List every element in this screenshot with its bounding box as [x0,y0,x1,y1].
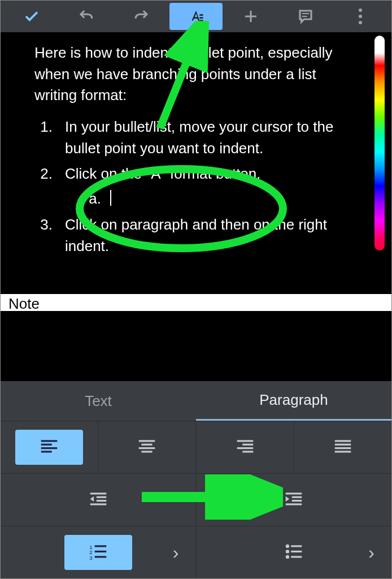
sub-list-letter: a. [88,188,110,210]
list-number: 1. [34,116,65,159]
increase-indent-button[interactable] [196,474,392,526]
list-text[interactable]: Click on paragraph and then on the right… [65,214,358,257]
svg-rect-25 [286,492,302,494]
scroll-indicator[interactable] [374,36,385,250]
list-text[interactable]: Click on the "A" format button. [65,165,261,182]
svg-rect-9 [139,440,155,442]
svg-rect-13 [237,440,253,442]
confirm-button[interactable] [5,3,58,30]
sub-list-item[interactable]: a. [65,188,358,210]
svg-rect-32 [94,545,106,547]
list-number: 3. [34,214,65,257]
svg-rect-33 [94,551,106,552]
indent-row [1,473,391,526]
svg-rect-7 [41,447,58,449]
svg-rect-18 [335,444,351,446]
svg-rect-14 [242,444,253,446]
comment-icon [297,8,314,25]
chevron-right-icon: › [368,542,374,563]
tab-text[interactable]: Text [1,381,196,421]
svg-rect-10 [142,444,153,446]
svg-rect-38 [291,545,302,547]
align-left-icon [38,437,60,458]
tab-paragraph[interactable]: Paragraph [196,381,391,421]
document-page-break: Note [1,294,391,311]
list-number: 2. [34,163,65,209]
svg-rect-17 [335,440,351,442]
overflow-menu-button[interactable] [334,3,387,30]
list-style-row: 1 2 3 › › [1,526,391,578]
align-center-button[interactable] [98,421,195,473]
note-label: Note [8,295,40,311]
insert-button[interactable] [225,3,277,30]
svg-rect-24 [90,503,107,505]
check-icon [23,8,40,25]
svg-rect-16 [242,451,253,452]
redo-icon [133,8,150,25]
list-item[interactable]: 3. Click on paragraph and then on the ri… [34,214,358,257]
svg-point-37 [286,555,289,559]
svg-rect-15 [237,447,253,449]
svg-rect-22 [97,496,106,498]
align-right-icon [234,437,256,458]
svg-rect-0 [199,14,203,16]
svg-rect-20 [335,451,351,452]
decrease-indent-button[interactable] [1,474,196,526]
editor-toolbar [1,1,391,32]
undo-icon [78,8,95,25]
svg-text:3: 3 [89,555,92,561]
document-area[interactable]: Here is how to indent a bullet point, es… [1,32,391,271]
format-button[interactable] [169,3,222,30]
svg-rect-5 [41,440,58,442]
chevron-right-icon: › [173,542,179,563]
text-format-icon [188,8,204,25]
tab-label: Paragraph [259,391,328,409]
format-panel: Text Paragraph [1,381,391,578]
svg-point-35 [286,545,289,548]
svg-rect-34 [94,556,106,558]
svg-rect-39 [291,551,302,552]
comment-button[interactable] [280,3,332,30]
plus-icon [242,8,259,25]
redo-button[interactable] [115,3,167,30]
svg-rect-21 [90,492,107,494]
svg-rect-12 [142,451,153,452]
list-text[interactable]: In your bullet/list, move your cursor to… [65,116,358,159]
svg-rect-1 [199,17,203,19]
svg-rect-8 [41,451,52,452]
svg-rect-19 [335,447,351,449]
list-item[interactable]: 2. Click on the "A" format button. a. [34,163,358,209]
svg-rect-23 [97,500,106,502]
bulleted-list-icon [283,542,304,563]
bulleted-list-button[interactable]: › [196,526,392,578]
svg-rect-11 [139,447,155,449]
indent-increase-icon [283,489,304,511]
align-left-button[interactable] [1,421,98,473]
list-item[interactable]: 1. In your bullet/list, move your cursor… [34,116,358,159]
align-justify-button[interactable] [294,421,391,473]
numbered-list-icon: 1 2 3 [88,542,109,563]
align-center-icon [136,437,158,458]
align-justify-icon [332,437,354,458]
tab-label: Text [85,392,112,410]
svg-rect-2 [199,20,203,21]
svg-rect-28 [286,503,302,505]
svg-rect-6 [41,444,52,446]
numbered-list-button[interactable]: 1 2 3 › [1,526,196,578]
svg-rect-40 [291,556,302,558]
svg-point-36 [286,550,289,553]
panel-tabs: Text Paragraph [1,381,391,421]
undo-button[interactable] [60,3,112,30]
text-cursor [110,190,111,206]
svg-rect-26 [292,496,302,498]
kebab-icon [359,8,362,24]
indent-decrease-icon [88,489,109,511]
intro-paragraph[interactable]: Here is how to indent a bullet point, es… [34,42,358,106]
alignment-row [1,421,391,473]
svg-rect-27 [292,500,302,502]
align-right-button[interactable] [196,421,294,473]
